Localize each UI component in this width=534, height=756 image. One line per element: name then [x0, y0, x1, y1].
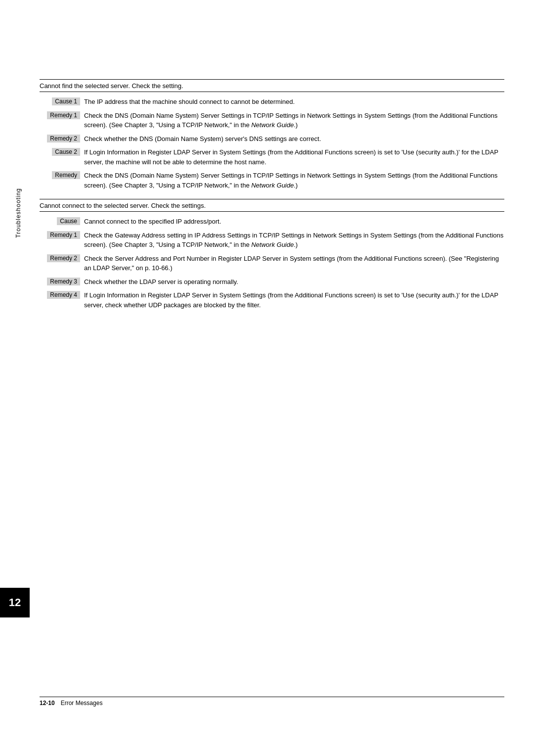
- section2-header: Cannot connect to the selected server. C…: [40, 199, 504, 212]
- text-cell: The IP address that the machine should c…: [84, 97, 504, 107]
- table-row: Remedy 1 Check the Gateway Address setti…: [40, 231, 504, 250]
- label-cell: Remedy 2: [40, 254, 84, 262]
- main-content: Cannot find the selected server. Check t…: [40, 0, 504, 363]
- label-cell: Remedy 2: [40, 134, 84, 142]
- label-cell: Remedy 1: [40, 111, 84, 119]
- label-badge: Cause 2: [52, 148, 80, 156]
- table-row: Remedy Check the DNS (Domain Name System…: [40, 171, 504, 190]
- label-badge: Cause: [57, 217, 80, 225]
- text-cell: Check the DNS (Domain Name System) Serve…: [84, 111, 504, 130]
- label-cell: Remedy: [40, 171, 84, 179]
- label-badge: Remedy 3: [47, 278, 80, 285]
- table-row: Remedy 3 Check whether the LDAP server i…: [40, 277, 504, 287]
- text-cell: Cannot connect to the specified IP addre…: [84, 217, 504, 227]
- table-row: Cause 1 The IP address that the machine …: [40, 97, 504, 107]
- text-cell: If Login Information in Register LDAP Se…: [84, 147, 504, 167]
- label-badge: Remedy 2: [47, 135, 80, 142]
- label-badge: Remedy: [52, 171, 80, 179]
- label-cell: Cause 2: [40, 147, 84, 156]
- label-badge: Remedy 1: [47, 231, 80, 239]
- text-cell: Check whether the LDAP server is operati…: [84, 277, 504, 287]
- text-cell: Check the DNS (Domain Name System) Serve…: [84, 171, 504, 190]
- label-cell: Cause 1: [40, 97, 84, 105]
- text-cell: Check the Server Address and Port Number…: [84, 254, 504, 273]
- label-cell: Remedy 3: [40, 277, 84, 285]
- chapter-number: 12: [9, 596, 21, 609]
- section1-entries: Cause 1 The IP address that the machine …: [40, 97, 504, 190]
- section1-header: Cannot find the selected server. Check t…: [40, 79, 504, 92]
- label-cell: Remedy 1: [40, 231, 84, 239]
- page-container: Troubleshooting 12 Cannot find the selec…: [0, 0, 534, 756]
- chapter-box: 12: [0, 588, 30, 617]
- table-row: Cause 2 If Login Information in Register…: [40, 147, 504, 167]
- label-badge: Remedy 2: [47, 254, 80, 262]
- section2-entries: Cause Cannot connect to the specified IP…: [40, 217, 504, 310]
- label-badge: Remedy 1: [47, 111, 80, 119]
- label-badge: Remedy 4: [47, 291, 80, 299]
- table-row: Remedy 1 Check the DNS (Domain Name Syst…: [40, 111, 504, 130]
- footer: 12-10 Error Messages: [40, 697, 504, 707]
- label-cell: Cause: [40, 217, 84, 225]
- footer-title: Error Messages: [61, 700, 103, 707]
- text-cell: Check whether the DNS (Domain Name Syste…: [84, 134, 504, 144]
- table-row: Cause Cannot connect to the specified IP…: [40, 217, 504, 227]
- footer-page: 12-10: [40, 700, 55, 707]
- table-row: Remedy 4 If Login Information in Registe…: [40, 290, 504, 310]
- label-cell: Remedy 4: [40, 290, 84, 299]
- label-badge: Cause 1: [52, 97, 80, 105]
- sidebar-label: Troubleshooting: [15, 188, 22, 238]
- table-row: Remedy 2 Check the Server Address and Po…: [40, 254, 504, 273]
- table-row: Remedy 2 Check whether the DNS (Domain N…: [40, 134, 504, 144]
- text-cell: If Login Information in Register LDAP Se…: [84, 290, 504, 310]
- text-cell: Check the Gateway Address setting in IP …: [84, 231, 504, 250]
